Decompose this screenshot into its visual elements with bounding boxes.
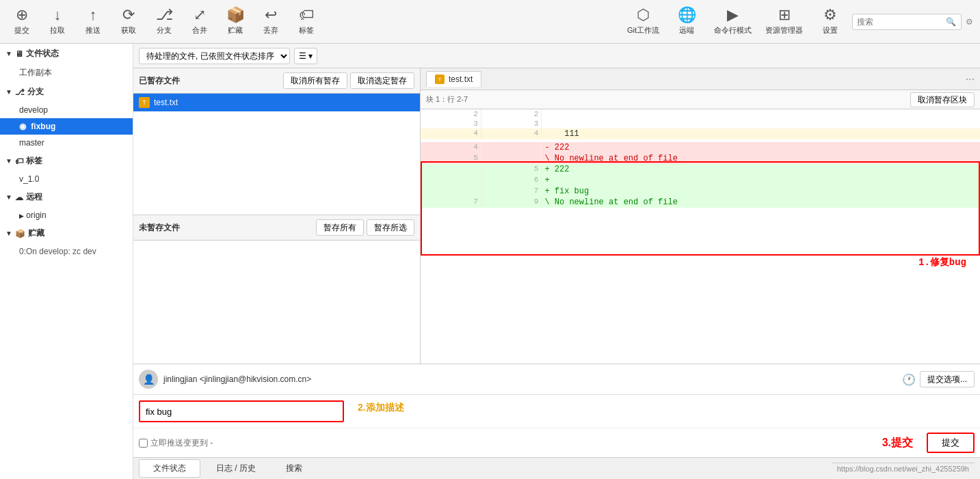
sidebar-section-branch[interactable]: ▼ ⎇ 分支 [0, 82, 133, 102]
main-container: ▼ 🖥 文件状态 工作副本 ▼ ⎇ 分支 develop ◉ fixbug ma… [0, 44, 980, 479]
toolbar-merge[interactable]: ⤢ 合并 [183, 5, 216, 38]
toolbar-terminal[interactable]: ▶ 命令行模式 [708, 5, 757, 38]
toolbar-remote-label: 远端 [679, 25, 694, 36]
toolbar-discard[interactable]: ↩ 丢弃 [254, 5, 287, 38]
toolbar-fetch[interactable]: ⟳ 获取 [112, 5, 145, 38]
file-panel: 已暂存文件 取消所有暂存 取消选定暂存 T test.txt 未暂存文件 [133, 68, 421, 364]
toolbar-remote[interactable]: 🌐 远端 [667, 5, 706, 38]
toolbar-settings-label: 设置 [823, 25, 838, 36]
toolbar-push-label: 推送 [85, 25, 101, 36]
line-num-new: 4 [481, 128, 541, 139]
line-num-old: 7 [421, 197, 481, 208]
sidebar: ▼ 🖥 文件状态 工作副本 ▼ ⎇ 分支 develop ◉ fixbug ma… [0, 44, 133, 479]
staged-panel-title: 已暂存文件 [139, 75, 180, 87]
commit-message-input[interactable] [139, 400, 344, 422]
sidebar-item-v1-label: v_1.0 [19, 174, 39, 184]
cancel-all-stash-btn[interactable]: 取消所有暂存 [283, 72, 347, 89]
staged-panel-header: 已暂存文件 取消所有暂存 取消选定暂存 [133, 68, 420, 94]
sidebar-section-branch-label: 分支 [27, 86, 44, 98]
sidebar-item-origin-label: origin [26, 210, 46, 220]
toolbar-stash-label: 贮藏 [228, 25, 243, 36]
search-settings-icon[interactable]: ⚙ [964, 16, 975, 28]
toolbar-branch[interactable]: ⎇ 分支 [148, 5, 181, 38]
diff-line-added: 7 + fix bug [421, 186, 980, 197]
commit-header: 👤 jinlingjian <jinlingjian@hikvision.com… [133, 364, 980, 395]
commit-submit-btn[interactable]: 提交 [927, 433, 975, 453]
toolbar-tag[interactable]: 🏷 标签 [290, 5, 323, 38]
toolbar-right: ⬡ Git工作流 🌐 远端 ▶ 命令行模式 ⊞ 资源管理器 ⚙ 设置 🔍 ⚙ [622, 5, 975, 38]
toolbar-settings[interactable]: ⚙ 设置 [811, 5, 849, 38]
sidebar-section-remote[interactable]: ▼ ☁ 远程 [0, 187, 133, 207]
explorer-icon: ⊞ [778, 8, 791, 23]
line-num-old [421, 186, 481, 197]
diff-line: 3 3 [421, 119, 980, 128]
search-icon[interactable]: 🔍 [946, 17, 956, 27]
branch-icon: ⎇ [156, 8, 173, 23]
diff-tab-more-btn[interactable]: ··· [966, 73, 975, 85]
push-immediately-label: 立即推送变更到 - [150, 437, 213, 449]
toolbar-merge-label: 合并 [192, 25, 207, 36]
sort-select[interactable]: 待处理的文件, 已依照文件状态排序 [139, 48, 290, 64]
tab-log-history[interactable]: 日志 / 历史 [202, 459, 270, 478]
sidebar-section-tag[interactable]: ▼ 🏷 标签 [0, 151, 133, 171]
sidebar-item-origin[interactable]: ▶ origin [0, 207, 133, 223]
sidebar-item-v1[interactable]: v_1.0 [0, 171, 133, 187]
remote-icon: 🌐 [678, 8, 696, 23]
sidebar-item-work-copy[interactable]: 工作副本 [0, 64, 133, 82]
diff-tab-test-txt[interactable]: T test.txt [426, 71, 481, 87]
commit-options-btn[interactable]: 提交选项... [920, 371, 975, 387]
line-num-old: 5 [421, 153, 481, 164]
tab-search[interactable]: 搜索 [272, 459, 317, 478]
file-icon: T [139, 97, 150, 108]
pull-icon: ↓ [54, 8, 62, 23]
toolbar-tag-label: 标签 [299, 25, 314, 36]
sidebar-section-stash[interactable]: ▼ 📦 贮藏 [0, 223, 133, 243]
diff-tab-name: test.txt [449, 74, 473, 84]
sidebar-item-develop[interactable]: develop [0, 102, 133, 118]
push-immediately-checkbox[interactable] [139, 439, 148, 448]
diff-table: 2 2 3 3 4 4 [421, 109, 980, 208]
commit-user: jinlingjian <jinlingjian@hikvision.com.c… [163, 374, 897, 384]
avatar: 👤 [139, 370, 158, 389]
stash-selected-btn[interactable]: 暂存所选 [367, 219, 414, 236]
toolbar-gitflow[interactable]: ⬡ Git工作流 [622, 5, 665, 38]
sidebar-item-stash0[interactable]: 0:On develop: zc dev [0, 243, 133, 260]
branch-section-icon: ⎇ [15, 87, 25, 97]
unstash-chunk-btn[interactable]: 取消暂存区块 [910, 92, 975, 107]
toolbar-pull[interactable]: ↓ 拉取 [41, 5, 74, 38]
main-toolbar: ⊕ 提交 ↓ 拉取 ↑ 推送 ⟳ 获取 ⎇ 分支 ⤢ 合并 📦 贮藏 ↩ 丢弃 … [0, 0, 980, 44]
sidebar-item-fixbug[interactable]: ◉ fixbug [0, 118, 133, 135]
chevron-down-icon: ▼ [5, 88, 12, 96]
sidebar-section-file-status[interactable]: ▼ 🖥 文件状态 [0, 44, 133, 64]
annotation-add-desc: 2.添加描述 [358, 402, 404, 414]
staged-file-item[interactable]: T test.txt [133, 94, 420, 111]
commit-footer: 立即推送变更到 - 3.提交 提交 [133, 428, 980, 457]
toolbar-discard-label: 丢弃 [263, 25, 278, 36]
diff-line-content: \ No newline at end of file [542, 197, 980, 208]
unstaged-file-list [133, 241, 420, 364]
diff-line-content: \ No newline at end of file [542, 153, 980, 164]
filter-menu-btn[interactable]: ☰ ▾ [294, 48, 317, 64]
search-input[interactable] [857, 17, 946, 27]
file-status-icon: 🖥 [15, 49, 23, 59]
commit-input-wrapper: 2.添加描述 [139, 400, 344, 422]
sidebar-item-work-copy-label: 工作副本 [19, 68, 52, 77]
cancel-selected-stash-btn[interactable]: 取消选定暂存 [350, 72, 414, 89]
tab-file-status[interactable]: 文件状态 [139, 459, 200, 478]
toolbar-push[interactable]: ↑ 推送 [77, 5, 109, 38]
clock-icon[interactable]: 🕐 [902, 373, 916, 386]
toolbar-stash[interactable]: 📦 贮藏 [219, 5, 252, 38]
annotation-submit: 3.提交 [882, 436, 913, 450]
toolbar-commit[interactable]: ⊕ 提交 [5, 5, 38, 38]
tag-section-icon: 🏷 [15, 156, 23, 166]
diff-chunk-info: 块 1：行 2-7 [426, 94, 468, 105]
toolbar-branch-label: 分支 [157, 25, 172, 36]
stash-all-btn[interactable]: 暂存所有 [316, 219, 364, 236]
commit-icon: ⊕ [16, 8, 28, 23]
push-checkbox-label: 立即推送变更到 - [139, 437, 213, 449]
diff-line-content: 111 [542, 128, 980, 139]
expand-icon: ▶ [19, 213, 24, 219]
toolbar-explorer[interactable]: ⊞ 资源管理器 [760, 5, 808, 38]
sidebar-item-master[interactable]: master [0, 135, 133, 151]
diff-line-content: - 222 [542, 142, 980, 153]
